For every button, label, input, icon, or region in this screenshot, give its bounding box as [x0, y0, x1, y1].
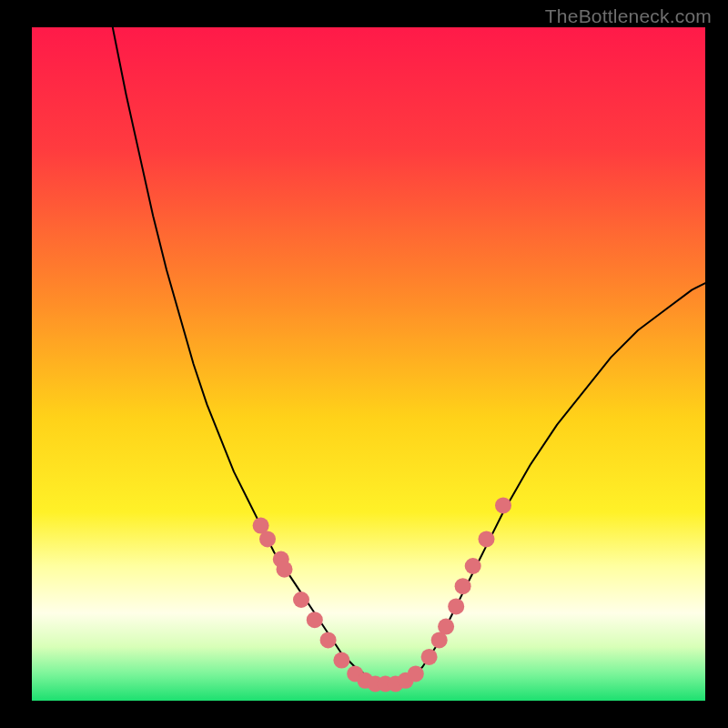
watermark-text: TheBottleneck.com [545, 5, 712, 27]
chart-svg [32, 27, 705, 701]
data-marker [479, 531, 495, 547]
data-marker [259, 531, 276, 547]
data-marker [421, 649, 438, 665]
data-marker [307, 612, 323, 628]
chart-frame: TheBottleneck.com [0, 0, 728, 728]
data-marker [277, 561, 293, 578]
data-marker [333, 652, 349, 669]
data-marker [293, 592, 309, 608]
data-marker [465, 558, 481, 574]
data-marker [495, 497, 511, 513]
data-marker [320, 632, 337, 648]
plot-area [32, 27, 705, 701]
data-marker [448, 598, 464, 614]
data-marker [455, 578, 471, 594]
data-marker [408, 665, 424, 682]
data-marker [438, 619, 454, 635]
